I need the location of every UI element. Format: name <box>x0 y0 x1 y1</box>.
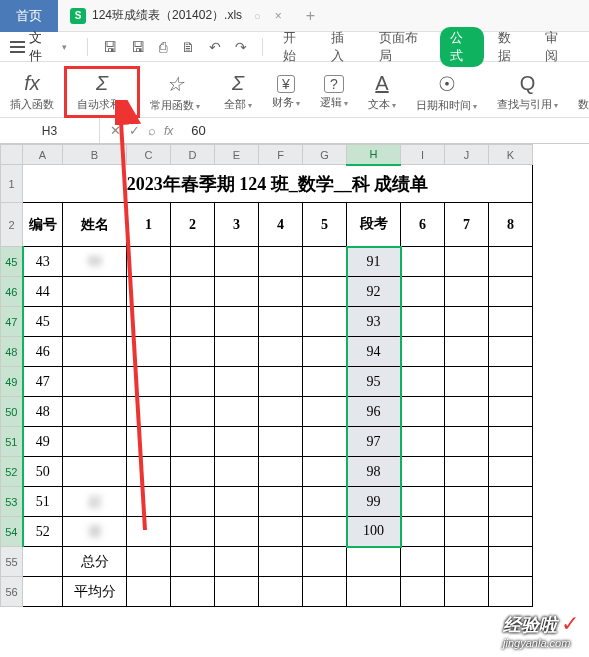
ribbon-logic[interactable]: ? 逻辑▾ <box>310 66 358 118</box>
cell-reference-box[interactable]: H3 <box>0 118 100 143</box>
cell-seg[interactable]: 99 <box>347 487 401 517</box>
cell-name[interactable] <box>63 277 127 307</box>
cell-id[interactable]: 47 <box>23 367 63 397</box>
cell[interactable] <box>23 577 63 607</box>
header-name[interactable]: 姓名 <box>63 203 127 247</box>
print-icon[interactable]: ⎙ <box>154 39 172 55</box>
ribbon-all[interactable]: Σ 全部▾ <box>214 66 262 118</box>
cell[interactable] <box>259 487 303 517</box>
cell[interactable] <box>401 367 445 397</box>
row-header[interactable]: 54 <box>1 517 23 547</box>
cell[interactable] <box>303 517 347 547</box>
menu-review[interactable]: 审阅 <box>535 29 579 65</box>
cell[interactable] <box>401 277 445 307</box>
sheet-title[interactable]: 2023年春季期 124 班_数学__科 成绩单 <box>23 165 533 203</box>
row-header[interactable]: 47 <box>1 307 23 337</box>
cell[interactable] <box>215 277 259 307</box>
header-id[interactable]: 编号 <box>23 203 63 247</box>
row-header[interactable]: 46 <box>1 277 23 307</box>
cell[interactable] <box>347 547 401 577</box>
cell-name[interactable]: 钟 <box>63 247 127 277</box>
cell[interactable] <box>445 547 489 577</box>
row-header[interactable]: 52 <box>1 457 23 487</box>
header-col[interactable]: 4 <box>259 203 303 247</box>
cell[interactable] <box>171 577 215 607</box>
cell[interactable] <box>259 457 303 487</box>
cell[interactable] <box>215 487 259 517</box>
row-header[interactable]: 51 <box>1 427 23 457</box>
cell[interactable] <box>215 367 259 397</box>
cell[interactable] <box>401 457 445 487</box>
cell[interactable] <box>171 277 215 307</box>
confirm-icon[interactable]: ✓ <box>129 123 140 138</box>
cell[interactable] <box>127 397 171 427</box>
cell[interactable] <box>489 247 533 277</box>
row-header[interactable]: 1 <box>1 165 23 203</box>
cell[interactable] <box>401 517 445 547</box>
cell[interactable] <box>445 427 489 457</box>
cell[interactable] <box>259 577 303 607</box>
cell[interactable] <box>445 487 489 517</box>
cell[interactable] <box>303 247 347 277</box>
cell[interactable] <box>171 427 215 457</box>
menu-layout[interactable]: 页面布局 <box>369 29 436 65</box>
cell[interactable] <box>303 547 347 577</box>
cell[interactable] <box>259 307 303 337</box>
cell[interactable] <box>401 307 445 337</box>
cell[interactable] <box>401 487 445 517</box>
cell[interactable] <box>489 577 533 607</box>
cell[interactable] <box>127 277 171 307</box>
tab-home[interactable]: 首页 <box>0 0 58 32</box>
cell[interactable] <box>259 367 303 397</box>
cell-name[interactable] <box>63 457 127 487</box>
cell-seg[interactable]: 97 <box>347 427 401 457</box>
cell[interactable] <box>215 427 259 457</box>
menu-file[interactable]: 文件 <box>29 29 53 65</box>
cell[interactable] <box>489 457 533 487</box>
undo-icon[interactable]: ↶ <box>204 39 226 55</box>
row-header[interactable]: 56 <box>1 577 23 607</box>
select-all-corner[interactable] <box>1 145 23 165</box>
col-header[interactable]: A <box>23 145 63 165</box>
cell[interactable] <box>489 547 533 577</box>
col-header[interactable]: F <box>259 145 303 165</box>
ribbon-autosum[interactable]: Σ 自动求和▾ <box>64 66 140 118</box>
cell[interactable] <box>127 367 171 397</box>
column-headers[interactable]: A B C D E F G H I J K <box>1 145 533 165</box>
cell[interactable] <box>489 397 533 427</box>
cell[interactable] <box>215 337 259 367</box>
menu-data[interactable]: 数据 <box>488 29 532 65</box>
cell[interactable] <box>215 517 259 547</box>
ribbon-common-functions[interactable]: ☆ 常用函数▾ <box>140 66 210 118</box>
cell[interactable] <box>489 337 533 367</box>
cell[interactable] <box>259 277 303 307</box>
cell-seg[interactable]: 100 <box>347 517 401 547</box>
cell[interactable] <box>127 427 171 457</box>
cell[interactable] <box>215 247 259 277</box>
row-header[interactable]: 48 <box>1 337 23 367</box>
hamburger-icon[interactable] <box>10 41 25 53</box>
cell[interactable] <box>445 577 489 607</box>
cell[interactable] <box>303 367 347 397</box>
cell[interactable] <box>171 247 215 277</box>
cell-name[interactable] <box>63 337 127 367</box>
cell[interactable] <box>445 307 489 337</box>
cell[interactable] <box>259 337 303 367</box>
menu-start[interactable]: 开始 <box>273 29 317 65</box>
col-header[interactable]: H <box>347 145 401 165</box>
cell-id[interactable]: 48 <box>23 397 63 427</box>
cell-id[interactable]: 44 <box>23 277 63 307</box>
cell[interactable] <box>489 367 533 397</box>
redo-icon[interactable]: ↷ <box>230 39 252 55</box>
cell-seg[interactable]: 92 <box>347 277 401 307</box>
cell[interactable] <box>215 547 259 577</box>
col-header[interactable]: B <box>63 145 127 165</box>
ribbon-math[interactable]: e 数学和三 <box>568 66 589 118</box>
cell[interactable] <box>401 247 445 277</box>
cell[interactable] <box>171 397 215 427</box>
header-col[interactable]: 7 <box>445 203 489 247</box>
cell[interactable] <box>171 517 215 547</box>
cell[interactable] <box>259 397 303 427</box>
ribbon-date[interactable]: ☉ 日期和时间▾ <box>406 66 487 118</box>
cell[interactable] <box>445 277 489 307</box>
